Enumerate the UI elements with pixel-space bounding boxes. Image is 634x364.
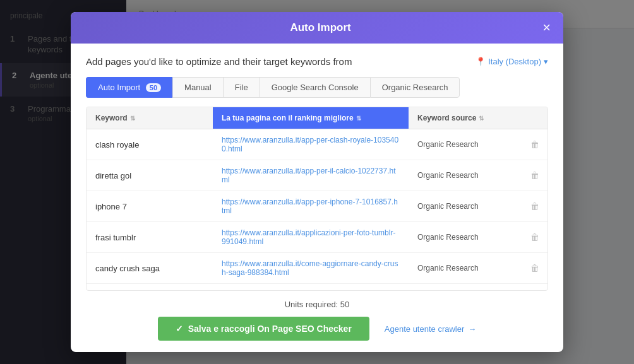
tab-manual[interactable]: Manual — [172, 77, 223, 98]
td-url-4: https://www.aranzulla.it/applicazioni-pe… — [213, 222, 409, 252]
modal-body: Add pages you'd like to optimize and the… — [71, 44, 563, 291]
tab-file-label: File — [235, 83, 248, 92]
th-action — [522, 107, 547, 129]
modal-footer: Units required: 50 ✓ Salva e raccogli On… — [71, 291, 563, 352]
td-url-5: https://www.aranzulla.it/come-aggiornare… — [213, 253, 409, 283]
pin-icon: 📍 — [476, 57, 486, 66]
td-keyword-4: frasi tumblr — [87, 222, 213, 252]
tab-google-search-console[interactable]: Google Search Console — [260, 77, 370, 98]
tab-auto-import[interactable]: Auto Import 50 — [86, 77, 172, 98]
table-header: Keyword ⇅ La tua pagina con il ranking m… — [87, 107, 547, 129]
delete-row-1-button[interactable]: 🗑 — [530, 139, 539, 150]
table-body: clash royale https://www.aranzulla.it/ap… — [87, 129, 547, 290]
save-button-label: Salva e raccogli On Page SEO Checker — [188, 324, 352, 334]
td-url-3: https://www.aranzulla.it/app-per-iphone-… — [213, 191, 409, 221]
td-action-1: 🗑 — [522, 129, 547, 160]
sort-icon-keyword: ⇅ — [130, 115, 135, 122]
delete-row-4-button[interactable]: 🗑 — [530, 232, 539, 242]
tab-gsc-label: Google Search Console — [272, 83, 359, 92]
td-action-4: 🗑 — [522, 222, 547, 252]
sort-icon-page: ⇅ — [356, 115, 361, 122]
modal-subtitle: Add pages you'd like to optimize and the… — [86, 56, 352, 67]
chevron-down-icon: ▾ — [544, 57, 548, 66]
sort-icon-source: ⇅ — [479, 115, 484, 122]
td-keyword-6: play store — [87, 284, 213, 290]
footer-actions: ✓ Salva e raccogli On Page SEO Checker A… — [158, 317, 477, 341]
td-source-1: Organic Research — [409, 129, 522, 160]
table-row: diretta gol https://www.aranzulla.it/app… — [87, 160, 547, 191]
td-source-2: Organic Research — [409, 160, 522, 191]
td-source-5: Organic Research — [409, 253, 522, 283]
table-row: play store https://www.aranzulla.it/come… — [87, 284, 547, 290]
checkmark-icon: ✓ — [176, 324, 183, 334]
td-url-6: https://www.aranzulla.it/come-aggiornare… — [213, 284, 409, 290]
modal-subtitle-row: Add pages you'd like to optimize and the… — [86, 56, 548, 67]
tab-file[interactable]: File — [223, 77, 260, 98]
td-keyword-5: candy crush saga — [87, 253, 213, 283]
td-source-4: Organic Research — [409, 222, 522, 252]
save-button[interactable]: ✓ Salva e raccogli On Page SEO Checker — [158, 317, 369, 341]
table-row: candy crush saga https://www.aranzulla.i… — [87, 253, 547, 284]
td-keyword-3: iphone 7 — [87, 191, 213, 221]
th-page: La tua pagina con il ranking migliore ⇅ — [213, 107, 409, 129]
location-label: Italy (Desktop) — [488, 57, 541, 66]
modal-title: Auto Import — [99, 21, 542, 34]
delete-row-5-button[interactable]: 🗑 — [530, 263, 539, 273]
tab-organic-research[interactable]: Organic Research — [370, 77, 460, 98]
location-selector[interactable]: 📍 Italy (Desktop) ▾ — [476, 57, 548, 66]
td-url-2: https://www.aranzulla.it/app-per-il-calc… — [213, 160, 409, 191]
modal-close-button[interactable]: × — [542, 21, 551, 35]
tab-auto-import-label: Auto Import — [98, 83, 140, 92]
td-action-3: 🗑 — [522, 191, 547, 221]
tab-organic-label: Organic Research — [382, 83, 448, 92]
td-keyword-1: clash royale — [87, 129, 213, 160]
table-row: clash royale https://www.aranzulla.it/ap… — [87, 129, 547, 160]
th-source: Keyword source ⇅ — [409, 107, 522, 129]
table-row: iphone 7 https://www.aranzulla.it/app-pe… — [87, 191, 547, 222]
td-source-3: Organic Research — [409, 191, 522, 221]
tab-auto-import-badge: 50 — [146, 83, 161, 92]
td-url-1: https://www.aranzulla.it/app-per-clash-r… — [213, 129, 409, 160]
td-action-2: 🗑 — [522, 160, 547, 191]
td-action-5: 🗑 — [522, 253, 547, 283]
td-keyword-2: diretta gol — [87, 160, 213, 191]
delete-row-3-button[interactable]: 🗑 — [530, 201, 539, 211]
next-step-label: Agente utente crawler — [385, 324, 464, 334]
table-row: frasi tumblr https://www.aranzulla.it/ap… — [87, 222, 547, 253]
next-step-link[interactable]: Agente utente crawler → — [385, 324, 476, 334]
arrow-right-icon: → — [468, 324, 476, 334]
modal-overlay: Auto Import × Add pages you'd like to op… — [0, 0, 634, 364]
th-keyword: Keyword ⇅ — [87, 107, 213, 129]
units-required: Units required: 50 — [285, 300, 350, 309]
td-source-6: Organic Research — [409, 284, 522, 290]
td-action-6: 🗑 — [522, 284, 547, 290]
delete-row-2-button[interactable]: 🗑 — [530, 170, 539, 180]
keywords-table: Keyword ⇅ La tua pagina con il ranking m… — [86, 107, 548, 291]
auto-import-modal: Auto Import × Add pages you'd like to op… — [71, 12, 563, 352]
tabs-row: Auto Import 50 Manual File Google Search… — [86, 77, 548, 98]
modal-header: Auto Import × — [71, 12, 563, 44]
tab-manual-label: Manual — [184, 83, 212, 92]
